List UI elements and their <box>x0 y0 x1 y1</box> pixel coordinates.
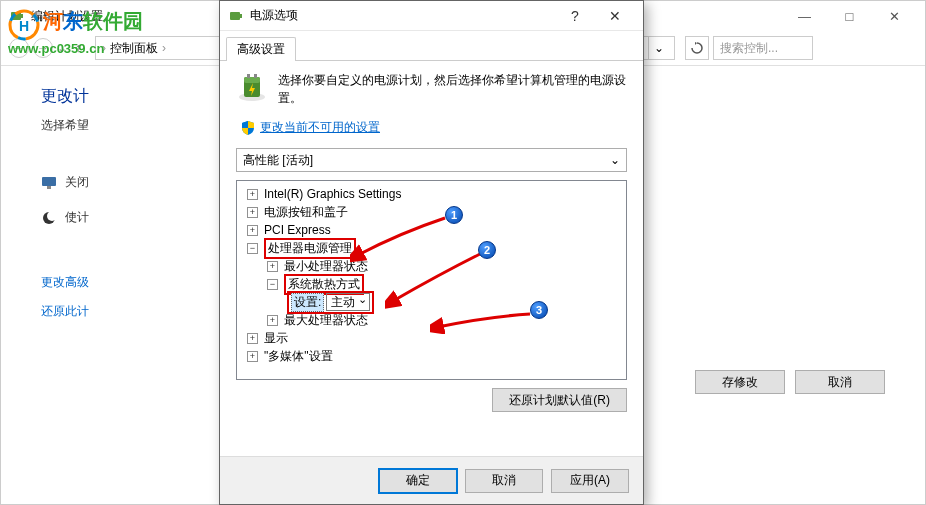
bg-cancel-button[interactable]: 取消 <box>795 370 885 394</box>
bg-item-label: 使计 <box>65 209 89 226</box>
expand-icon[interactable]: + <box>247 225 258 236</box>
moon-icon <box>41 210 57 226</box>
tree-item-cpu-power[interactable]: − 处理器电源管理 <box>239 239 624 257</box>
refresh-button[interactable] <box>685 36 709 60</box>
watermark-url: www.pc0359.cn <box>8 41 143 56</box>
svg-rect-15 <box>254 74 257 78</box>
svg-point-5 <box>47 211 57 221</box>
cancel-button[interactable]: 取消 <box>465 469 543 493</box>
chevron-down-icon: ⌄ <box>610 153 620 167</box>
annotation-badge-2: 2 <box>478 241 496 259</box>
tree-label: "多媒体"设置 <box>264 348 333 365</box>
tree-item-min-cpu[interactable]: + 最小处理器状态 <box>239 257 624 275</box>
bg-maximize-button[interactable]: □ <box>827 2 872 30</box>
plan-select-value: 高性能 [活动] <box>243 152 313 169</box>
tree-label: PCI Express <box>264 223 331 237</box>
tree-label: Intel(R) Graphics Settings <box>264 187 401 201</box>
bg-save-button[interactable]: 存修改 <box>695 370 785 394</box>
tree-label: 电源按钮和盖子 <box>264 204 348 221</box>
bg-item-label: 关闭 <box>65 174 89 191</box>
expand-icon[interactable]: + <box>247 351 258 362</box>
tree-item-pci[interactable]: + PCI Express <box>239 221 624 239</box>
battery-large-icon <box>236 71 268 103</box>
apply-button[interactable]: 应用(A) <box>551 469 629 493</box>
tree-label: 显示 <box>264 330 288 347</box>
restore-defaults-button[interactable]: 还原计划默认值(R) <box>492 388 627 412</box>
tree-item-intel[interactable]: + Intel(R) Graphics Settings <box>239 185 624 203</box>
svg-rect-2 <box>42 177 56 186</box>
expand-icon[interactable]: + <box>247 189 258 200</box>
tree-item-multimedia[interactable]: + "多媒体"设置 <box>239 347 624 365</box>
svg-text:H: H <box>19 18 29 34</box>
monitor-icon <box>41 175 57 191</box>
svg-rect-10 <box>240 14 242 18</box>
annotation-badge-3: 3 <box>530 301 548 319</box>
setting-value-select[interactable]: 主动 <box>326 293 370 311</box>
svg-rect-14 <box>247 74 250 78</box>
bg-close-button[interactable]: ✕ <box>872 2 917 30</box>
search-placeholder: 搜索控制... <box>720 40 778 57</box>
dialog-titlebar: 电源选项 ? ✕ <box>220 1 643 31</box>
svg-rect-3 <box>47 186 51 189</box>
annotation-badge-1: 1 <box>445 206 463 224</box>
ok-button[interactable]: 确定 <box>379 469 457 493</box>
breadcrumb-dropdown-icon[interactable]: ⌄ <box>648 37 668 59</box>
shield-icon <box>240 120 256 136</box>
logo-icon: H <box>8 9 40 41</box>
tree-label-highlighted: 处理器电源管理 <box>264 238 356 259</box>
tree-item-display[interactable]: + 显示 <box>239 329 624 347</box>
bg-minimize-button[interactable]: — <box>782 2 827 30</box>
power-plan-select[interactable]: 高性能 [活动] ⌄ <box>236 148 627 172</box>
tab-strip: 高级设置 <box>220 31 643 61</box>
dialog-help-button[interactable]: ? <box>555 2 595 30</box>
expand-icon[interactable]: + <box>247 207 258 218</box>
tree-item-max-cpu[interactable]: + 最大处理器状态 <box>239 311 624 329</box>
breadcrumb-sep: › <box>162 41 166 55</box>
tree-label: 最小处理器状态 <box>284 258 368 275</box>
expand-icon[interactable]: + <box>267 261 278 272</box>
tab-advanced[interactable]: 高级设置 <box>226 37 296 61</box>
tree-label: 最大处理器状态 <box>284 312 368 329</box>
battery-icon <box>228 8 244 24</box>
collapse-icon[interactable]: − <box>267 279 278 290</box>
refresh-icon <box>691 42 703 54</box>
dialog-title: 电源选项 <box>250 7 555 24</box>
dialog-description: 选择你要自定义的电源计划，然后选择你希望计算机管理的电源设置。 <box>278 71 627 107</box>
dialog-close-button[interactable]: ✕ <box>595 2 635 30</box>
tree-item-cooling-setting[interactable]: 设置: 主动 <box>239 293 624 311</box>
svg-rect-13 <box>244 77 260 83</box>
dialog-footer: 确定 取消 应用(A) <box>220 456 643 504</box>
setting-value: 主动 <box>331 294 355 311</box>
search-input[interactable]: 搜索控制... <box>713 36 813 60</box>
tree-item-power-button[interactable]: + 电源按钮和盖子 <box>239 203 624 221</box>
expand-icon[interactable]: + <box>267 315 278 326</box>
change-unavailable-link[interactable]: 更改当前不可用的设置 <box>260 119 380 136</box>
dialog-body: 选择你要自定义的电源计划，然后选择你希望计算机管理的电源设置。 更改当前不可用的… <box>220 60 643 422</box>
settings-tree[interactable]: + Intel(R) Graphics Settings + 电源按钮和盖子 +… <box>236 180 627 380</box>
watermark-logo: H 河东软件园 www.pc0359.cn <box>8 8 143 56</box>
expand-icon[interactable]: + <box>247 333 258 344</box>
collapse-icon[interactable]: − <box>247 243 258 254</box>
setting-label: 设置: <box>291 293 324 312</box>
power-options-dialog: 电源选项 ? ✕ 高级设置 选择你要自定义的电源计划，然后选择你希望计算机管理的… <box>219 0 644 505</box>
svg-rect-9 <box>230 12 240 20</box>
